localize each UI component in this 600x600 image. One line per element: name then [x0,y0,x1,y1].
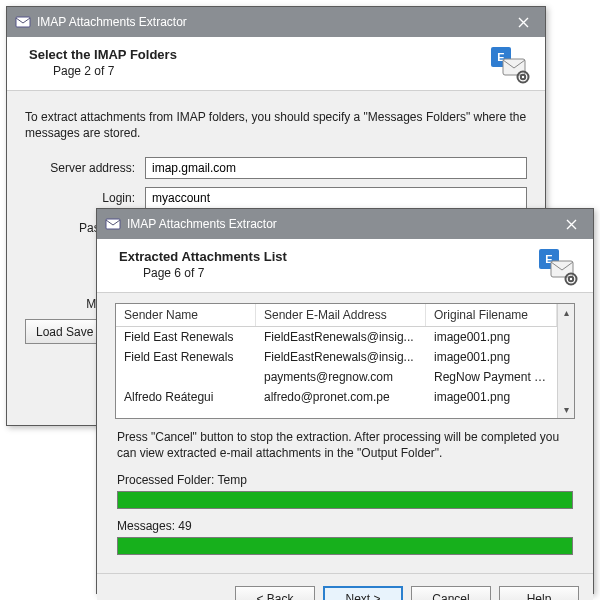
app-icon [105,216,121,232]
server-input[interactable] [145,157,527,179]
cell-file: image001.png [426,347,557,367]
window-title: IMAP Attachments Extractor [127,217,549,231]
cell-email: alfredo@pronet.com.pe [256,387,426,407]
intro-text: To extract attachments from IMAP folders… [25,109,527,141]
processed-folder-label: Processed Folder: Temp [117,473,573,487]
grid-header: Sender Name Sender E-Mail Address Origin… [116,304,557,327]
close-icon [518,17,529,28]
next-button[interactable]: Next > [323,586,403,600]
table-row[interactable]: Alfredo Reátegui alfredo@pronet.com.pe i… [116,387,557,407]
table-row[interactable]: Field East Renewals FieldEastRenewals@in… [116,327,557,347]
grid-scrollbar[interactable]: ▴ ▾ [557,304,574,418]
titlebar[interactable]: IMAP Attachments Extractor [97,209,593,239]
cell-sender: Alfredo Reátegui [116,387,256,407]
cell-email: FieldEastRenewals@insig... [256,327,426,347]
cell-email: payments@regnow.com [256,367,426,387]
label-login: Login: [25,191,145,205]
table-row[interactable]: payments@regnow.com RegNow Payment Notif… [116,367,557,387]
cell-sender [116,367,256,387]
back-button[interactable]: < Back [235,586,315,600]
close-button[interactable] [549,209,593,239]
scroll-up-icon[interactable]: ▴ [558,304,574,321]
progress-folder-bar [118,492,572,508]
exchange-mail-icon: E [489,45,531,85]
hint-text: Press "Cancel" button to stop the extrac… [117,429,573,461]
page-title: Select the IMAP Folders [29,47,531,62]
svg-rect-0 [16,17,30,27]
cell-sender: Field East Renewals [116,347,256,367]
svg-point-11 [569,277,573,281]
svg-point-5 [521,75,525,79]
page-title: Extracted Attachments List [119,249,579,264]
col-sender-name[interactable]: Sender Name [116,304,256,326]
progress-messages-bar [118,538,572,554]
cell-file: image001.png [426,387,557,407]
progress-messages [117,537,573,555]
scroll-down-icon[interactable]: ▾ [558,401,574,418]
window-title: IMAP Attachments Extractor [37,15,501,29]
label-server: Server address: [25,161,145,175]
progress-folder [117,491,573,509]
wizard-body: Sender Name Sender E-Mail Address Origin… [97,293,593,573]
table-row[interactable]: Field East Renewals FieldEastRenewals@in… [116,347,557,367]
svg-rect-6 [106,219,120,229]
col-filename[interactable]: Original Filename [426,304,557,326]
help-button[interactable]: Help [499,586,579,600]
page-subtitle: Page 6 of 7 [143,266,579,280]
titlebar[interactable]: IMAP Attachments Extractor [7,7,545,37]
close-icon [566,219,577,230]
wizard-header: Select the IMAP Folders Page 2 of 7 E [7,37,545,91]
cell-email: FieldEastRenewals@insig... [256,347,426,367]
grid-viewport: Sender Name Sender E-Mail Address Origin… [116,304,557,418]
messages-label: Messages: 49 [117,519,573,533]
app-icon [15,14,31,30]
cell-sender: Field East Renewals [116,327,256,347]
row-server: Server address: [25,157,527,179]
row-login: Login: [25,187,527,209]
load-saved-button[interactable]: Load Save [25,319,104,344]
col-sender-email[interactable]: Sender E-Mail Address [256,304,426,326]
page-subtitle: Page 2 of 7 [53,64,531,78]
cell-file: RegNow Payment Notific... [426,367,557,387]
wizard-footer: < Back Next > Cancel Help [97,573,593,600]
cancel-button[interactable]: Cancel [411,586,491,600]
attachments-grid[interactable]: Sender Name Sender E-Mail Address Origin… [115,303,575,419]
close-button[interactable] [501,7,545,37]
wizard-window-front: IMAP Attachments Extractor Extracted Att… [96,208,594,594]
login-input[interactable] [145,187,527,209]
cell-file: image001.png [426,327,557,347]
exchange-mail-icon: E [537,247,579,287]
wizard-header: Extracted Attachments List Page 6 of 7 E [97,239,593,293]
